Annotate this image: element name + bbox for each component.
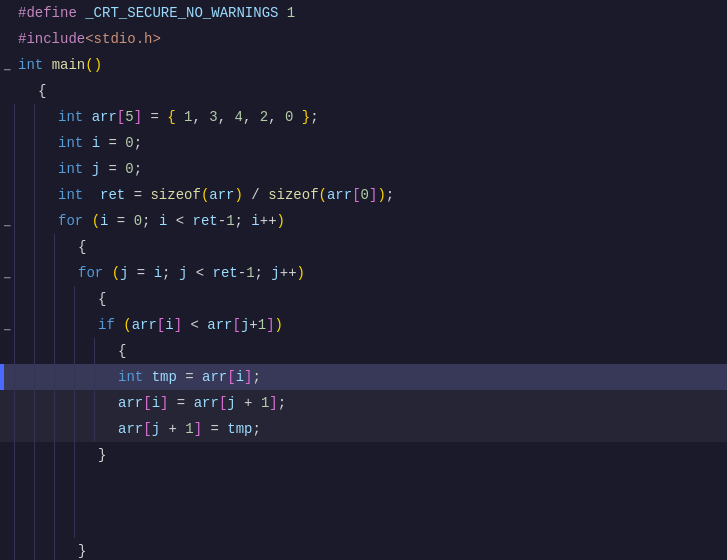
brace-arr-close: } — [302, 106, 310, 128]
code-line-15: int tmp = arr[i]; — [0, 364, 727, 390]
line-content-15: int tmp = arr[i]; — [114, 364, 727, 390]
kw-if: if — [98, 314, 115, 336]
brace-for-inner-open: { — [98, 288, 106, 310]
indent-10-1 — [14, 234, 34, 260]
indent-4-1 — [14, 78, 34, 104]
indent-18-1 — [14, 442, 34, 468]
indent-18-4 — [74, 442, 94, 468]
indent-17-2 — [34, 416, 54, 442]
brace-arr-open: { — [167, 106, 175, 128]
var-arr-i-assign: arr — [118, 392, 143, 414]
gutter-16 — [0, 390, 14, 416]
kw-for-inner: for — [78, 262, 103, 284]
indent-14-5 — [94, 338, 114, 364]
gutter-6 — [0, 130, 14, 156]
indent-8-2 — [34, 182, 54, 208]
brace-open-main: { — [38, 80, 46, 102]
fold-btn-13[interactable]: ⎯ — [0, 312, 14, 338]
fold-btn-3[interactable]: ⎯ — [0, 52, 14, 78]
gutter-17 — [0, 416, 14, 442]
var-j: j — [92, 158, 100, 180]
code-line-17: arr[j + 1] = tmp; — [0, 416, 727, 442]
brace-if-close: } — [98, 444, 106, 466]
gutter-4 — [0, 78, 14, 104]
indent-18-3 — [54, 442, 74, 468]
line-content-18: } — [94, 442, 727, 468]
line-content-3: int main() — [14, 52, 727, 78]
code-editor: #define _CRT_SECURE_NO_WARNINGS 1 #inclu… — [0, 0, 727, 560]
num-5: 5 — [125, 106, 133, 128]
code-area: #define _CRT_SECURE_NO_WARNINGS 1 #inclu… — [0, 0, 727, 560]
line-content-7: int j = 0; — [54, 156, 727, 182]
kw-for-outer: for — [58, 210, 83, 232]
code-line-6: int i = 0; — [0, 130, 727, 156]
code-line-8: int ret = sizeof(arr) / sizeof(arr[0]); — [0, 182, 727, 208]
indent-20-1 — [14, 538, 34, 560]
fold-btn-11[interactable]: ⎯ — [0, 260, 14, 286]
line-content-17: arr[j + 1] = tmp; — [114, 416, 727, 442]
line-content-2: #include<stdio.h> — [14, 26, 727, 52]
indent-19-2 — [34, 468, 54, 538]
indent-16-5 — [94, 390, 114, 416]
macro-value: 1 — [287, 2, 295, 24]
brace-for-inner-close: } — [78, 540, 86, 560]
indent-11-3 — [54, 260, 74, 286]
code-line-13: ⎯ if (arr[i] < arr[j+1]) — [0, 312, 727, 338]
code-line-14: { — [0, 338, 727, 364]
indent-19-1 — [14, 468, 34, 538]
indent-14-3 — [54, 338, 74, 364]
indent-5-1 — [14, 104, 34, 130]
indent-9-1 — [14, 208, 34, 234]
bracket-arr-close: ] — [134, 106, 142, 128]
gutter-20 — [0, 538, 14, 560]
indent-9-2 — [34, 208, 54, 234]
var-arr-j1-assign: arr — [118, 418, 143, 440]
code-line-9: ⎯ for (i = 0; i < ret-1; i++) — [0, 208, 727, 234]
indent-19-3 — [54, 468, 74, 538]
line-content-16: arr[i] = arr[j + 1]; — [114, 390, 727, 416]
indent-12-4 — [74, 286, 94, 312]
indent-15-2 — [34, 364, 54, 390]
kw-int-tmp: int — [118, 366, 143, 388]
kw-int-main: int — [18, 54, 43, 76]
fn-sizeof-arr: sizeof — [150, 184, 200, 206]
var-arr: arr — [92, 106, 117, 128]
line-content-14: { — [114, 338, 727, 364]
line-content-9: for (i = 0; i < ret-1; i++) — [54, 208, 727, 234]
line-content-13: if (arr[i] < arr[j+1]) — [94, 312, 727, 338]
gutter-5 — [0, 104, 14, 130]
line-content-1: #define _CRT_SECURE_NO_WARNINGS 1 — [14, 0, 727, 26]
code-line-19 — [0, 468, 727, 538]
paren-close: ) — [94, 54, 102, 76]
kw-int-j: int — [58, 158, 83, 180]
code-line-11: ⎯ for (j = i; j < ret-1; j++) — [0, 260, 727, 286]
fn-main: main — [52, 54, 86, 76]
gutter-14 — [0, 338, 14, 364]
indent-6-2 — [34, 130, 54, 156]
indent-12-1 — [14, 286, 34, 312]
line-content-20: } — [74, 538, 727, 560]
kw-int-ret: int — [58, 184, 83, 206]
indent-17-4 — [74, 416, 94, 442]
indent-18-2 — [34, 442, 54, 468]
indent-6-1 — [14, 130, 34, 156]
indent-20-2 — [34, 538, 54, 560]
indent-13-1 — [14, 312, 34, 338]
indent-10-2 — [34, 234, 54, 260]
indent-15-1 — [14, 364, 34, 390]
indent-12-3 — [54, 286, 74, 312]
code-line-12: { — [0, 286, 727, 312]
bracket-arr: [ — [117, 106, 125, 128]
code-line-18: } — [0, 442, 727, 468]
var-arr-i: arr — [202, 366, 227, 388]
keyword-define: #define — [18, 2, 77, 24]
code-line-16: arr[i] = arr[j + 1]; — [0, 390, 727, 416]
indent-15-5 — [94, 364, 114, 390]
gutter-2 — [0, 26, 14, 52]
line-content-10: { — [74, 234, 727, 260]
indent-12-2 — [34, 286, 54, 312]
kw-int-arr: int — [58, 106, 83, 128]
code-line-5: int arr[5] = { 1, 3, 4, 2, 0 }; — [0, 104, 727, 130]
fold-btn-9[interactable]: ⎯ — [0, 208, 14, 234]
code-line-10: { — [0, 234, 727, 260]
